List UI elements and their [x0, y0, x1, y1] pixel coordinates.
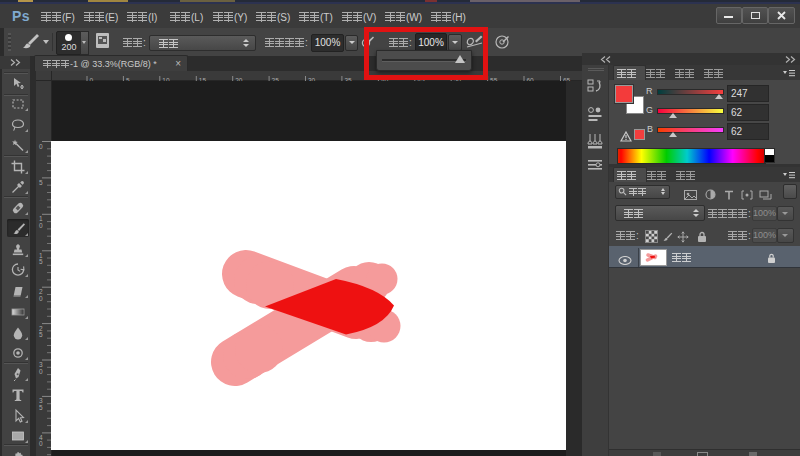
svg-text:5: 5 — [39, 331, 43, 338]
svg-text:5: 5 — [39, 179, 43, 186]
svg-text:0: 0 — [39, 440, 43, 447]
svg-text:0: 0 — [39, 222, 43, 229]
svg-text:5: 5 — [39, 258, 43, 265]
svg-text:5: 5 — [39, 404, 43, 411]
svg-text:0: 0 — [39, 368, 43, 375]
svg-text:0: 0 — [39, 295, 43, 302]
svg-text:0: 0 — [39, 143, 43, 150]
